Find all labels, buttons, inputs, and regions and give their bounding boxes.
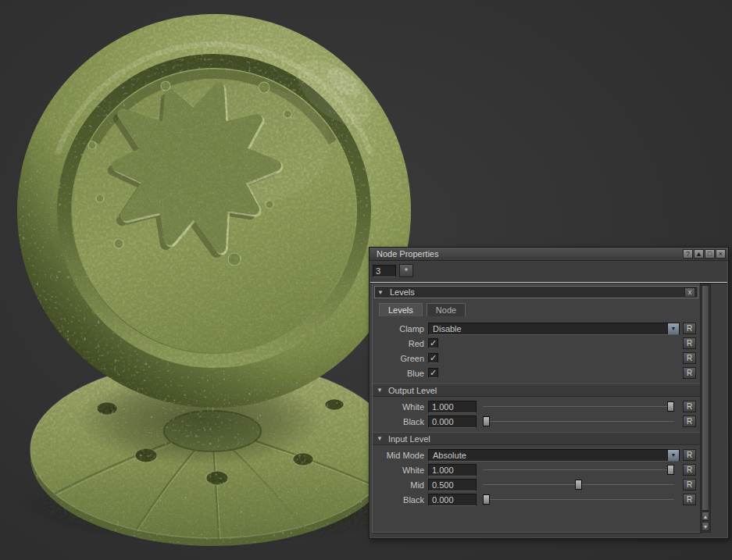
collapse-triangle-icon: ▼ <box>377 387 383 394</box>
input-white-input[interactable] <box>428 464 477 476</box>
chevron-down-icon[interactable]: ▼ <box>667 323 679 334</box>
slider-track <box>483 499 674 500</box>
white-label: White <box>373 465 424 475</box>
check-icon: ✓ <box>430 368 437 377</box>
red-row: Red ✓ R <box>373 336 700 351</box>
shade-icon[interactable]: ▲ <box>694 249 704 259</box>
reset-button[interactable]: R <box>683 479 696 490</box>
section-title: Output Level <box>388 386 437 395</box>
group-title: Levels <box>390 287 415 297</box>
mid-mode-label: Mid Mode <box>373 451 424 460</box>
reset-button[interactable]: R <box>683 464 696 476</box>
input-black-row: Black R <box>373 492 700 507</box>
mid-mode-value: Absolute <box>433 451 466 460</box>
mid-mode-dropdown[interactable]: Absolute ▼ <box>428 449 680 462</box>
output-black-input[interactable] <box>428 416 477 428</box>
output-black-slider[interactable] <box>483 416 674 427</box>
tab-levels[interactable]: Levels <box>379 303 423 316</box>
group-close-button[interactable]: x <box>684 287 695 298</box>
slider-handle[interactable] <box>483 416 490 426</box>
red-label: Red <box>373 339 424 348</box>
output-black-row: Black R <box>373 414 700 429</box>
chevron-down-icon[interactable]: ▼ <box>667 450 679 461</box>
black-label: Black <box>373 417 424 426</box>
input-mid-slider[interactable] <box>483 479 674 490</box>
scroll-down-button[interactable]: ▼ <box>702 522 709 531</box>
panel-title: Node Properties <box>372 249 682 259</box>
blue-row: Blue ✓ R <box>373 366 700 380</box>
green-label: Green <box>373 354 424 363</box>
scrollbar-thumb[interactable] <box>702 285 709 511</box>
reset-button[interactable]: R <box>683 494 696 505</box>
red-checkbox[interactable]: ✓ <box>428 338 438 348</box>
levels-group: ▼ Levels x Levels Node Clamp Disable ▼ R… <box>372 284 701 533</box>
input-white-slider[interactable] <box>483 464 674 476</box>
green-row: Green ✓ R <box>373 351 700 366</box>
reset-button[interactable]: R <box>683 416 696 427</box>
slider-handle[interactable] <box>667 465 674 475</box>
node-filter-button[interactable]: * <box>399 264 413 277</box>
input-black-input[interactable] <box>428 494 477 506</box>
check-icon: ✓ <box>430 353 437 362</box>
help-icon[interactable]: ? <box>683 249 693 259</box>
blue-checkbox[interactable]: ✓ <box>428 368 438 378</box>
collapse-triangle-icon: ▼ <box>377 289 384 296</box>
panel-titlebar[interactable]: Node Properties ? ▲ □ × <box>370 248 728 261</box>
scrollbar[interactable]: ▲ ▼ <box>700 284 711 533</box>
arrow-down-icon: ▼ <box>703 524 709 530</box>
output-level-header[interactable]: ▼ Output Level <box>373 383 700 397</box>
count-row: * <box>370 261 728 280</box>
green-checkbox[interactable]: ✓ <box>428 353 438 363</box>
output-white-row: White R <box>373 399 700 414</box>
clamp-row: Clamp Disable ▼ R <box>373 321 700 336</box>
check-icon: ✓ <box>430 338 437 348</box>
reset-button[interactable]: R <box>683 323 696 334</box>
reset-button[interactable]: R <box>683 352 696 364</box>
white-label: White <box>373 402 424 412</box>
clamp-value: Disable <box>433 324 462 334</box>
node-count-input[interactable] <box>373 265 396 277</box>
input-black-slider[interactable] <box>483 494 674 505</box>
close-icon[interactable]: × <box>716 249 726 259</box>
mid-mode-row: Mid Mode Absolute ▼ R <box>373 448 700 462</box>
slider-track <box>483 421 674 422</box>
slider-handle[interactable] <box>575 480 582 490</box>
input-mid-row: Mid R <box>373 477 700 492</box>
blue-label: Blue <box>373 369 424 378</box>
slider-track <box>483 406 674 407</box>
levels-group-header[interactable]: ▼ Levels x <box>374 286 698 298</box>
input-level-header[interactable]: ▼ Input Level <box>373 432 700 445</box>
reset-button[interactable]: R <box>683 367 696 379</box>
section-title: Input Level <box>388 434 430 444</box>
reset-button[interactable]: R <box>683 401 696 412</box>
tab-bar: Levels Node <box>379 303 700 317</box>
tab-node[interactable]: Node <box>427 303 466 316</box>
scroll-up-button[interactable]: ▲ <box>702 512 709 521</box>
slider-handle[interactable] <box>667 401 674 412</box>
clamp-dropdown[interactable]: Disable ▼ <box>428 323 680 335</box>
shader-ball <box>16 14 430 546</box>
maximize-icon[interactable]: □ <box>705 249 715 259</box>
input-white-row: White R <box>373 462 700 477</box>
clamp-label: Clamp <box>373 324 424 334</box>
collapse-triangle-icon: ▼ <box>377 435 383 442</box>
mid-label: Mid <box>373 480 424 490</box>
reset-button[interactable]: R <box>683 337 696 349</box>
node-properties-panel: Node Properties ? ▲ □ × * ▼ Levels x Lev… <box>369 247 729 539</box>
output-white-slider[interactable] <box>483 401 674 412</box>
black-label: Black <box>373 495 424 505</box>
input-mid-input[interactable] <box>428 479 477 491</box>
output-white-input[interactable] <box>428 401 477 413</box>
slider-handle[interactable] <box>483 494 490 505</box>
slider-track <box>483 469 674 470</box>
reset-button[interactable]: R <box>683 449 696 461</box>
arrow-up-icon: ▲ <box>703 514 709 519</box>
selection-highlight-line <box>370 282 727 283</box>
